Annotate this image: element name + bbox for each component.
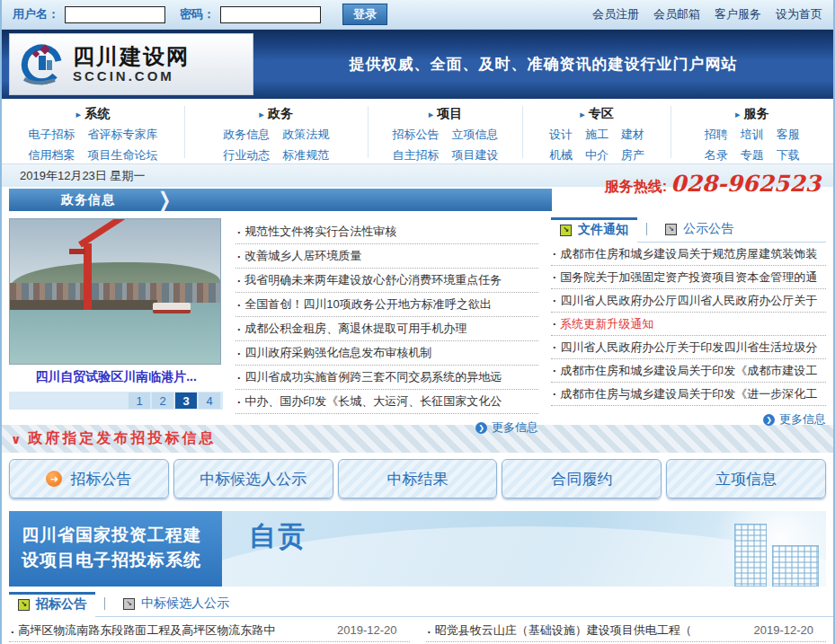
news-item[interactable]: 中办、国办印发《长城、大运河、长征国家文化公 (235, 390, 538, 414)
pager-1[interactable]: 1 (129, 393, 150, 409)
news-item[interactable]: 全国首创！四川10项政务公开地方标准呼之欲出 (235, 293, 538, 317)
main-nav: ▸系统 电子招标省评标专家库 信用档案项目生命论坛 ▸政务 政务信息政策法规 行… (2, 99, 833, 163)
tab-file-notice[interactable]: ↘ 文件通知 (551, 217, 637, 243)
main-content: 四川自贸试验区川南临港片... 1 2 3 4 规范性文件将实行合法性审核 改善… (2, 211, 833, 421)
photo-caption[interactable]: 四川自贸试验区川南临港片... (9, 369, 223, 385)
project-approval-button[interactable]: 立项信息 (666, 459, 826, 498)
username-input[interactable] (65, 6, 165, 23)
notice-item[interactable]: 系统更新升级通知 (551, 313, 826, 336)
bottom-lists: 高坪区物流南路东段路面工程及高坪区物流东路中 2019-12-20 昭觉县牧云山… (2, 617, 833, 642)
doc-arrow-icon: ↘ (123, 598, 135, 610)
current-date: 2019年12月23日 星期一 (20, 168, 145, 184)
nav-link[interactable]: 行业动态 (223, 147, 270, 163)
notice-item[interactable]: 成都市住房和城乡建设局关于规范房屋建筑装饰装 (551, 243, 826, 266)
photo-image[interactable] (9, 218, 221, 365)
notice-item[interactable]: 四川省人民政府办公厅四川省人民政府办公厅关于 (551, 289, 826, 313)
arrow-right-icon: ▸ (76, 109, 82, 119)
arrow-right-icon: ▸ (735, 109, 741, 119)
winner-candidate-button[interactable]: 中标候选人公示 (173, 459, 333, 498)
nav-link[interactable]: 专题 (741, 147, 764, 163)
building-graphic (772, 545, 819, 587)
orange-arrow-icon: ➜ (46, 471, 62, 487)
tab-bid-announcement[interactable]: ↘ 招标公告 (9, 592, 95, 617)
more-arrow-icon: ❯ (475, 422, 487, 434)
nav-link[interactable]: 房产 (621, 147, 644, 163)
nav-link[interactable]: 施工 (585, 127, 608, 143)
site-domain: SCCIN.COM (73, 68, 190, 84)
news-item[interactable]: 改善城乡人居环境质量 (235, 244, 538, 269)
nav-link[interactable]: 电子招标 (28, 127, 75, 143)
nav-link[interactable]: 政务信息 (223, 127, 270, 143)
link-set-homepage[interactable]: 设为首页 (776, 6, 822, 22)
pager-2[interactable]: 2 (152, 393, 173, 409)
section-title: 政府指定发布招投标信息 (28, 429, 216, 448)
hotline-label: 服务热线: (605, 178, 667, 197)
news-item[interactable]: 成都公积金租房、离退休提取可用手机办理 (235, 317, 538, 341)
notice-item[interactable]: 国务院关于加强固定资产投资项目资本金管理的通 (551, 266, 826, 289)
nav-link[interactable]: 设计 (549, 127, 573, 143)
nav-column-zhengwu: ▸政务 政务信息政策法规 行业动态标准规范 (184, 106, 368, 158)
notice-item[interactable]: 四川省人民政府办公厅关于印发四川省生活垃圾分 (551, 336, 826, 359)
notice-panel: ↘ 文件通知 ↘ 公示公告 成都市住房和城乡建设局关于规范房屋建筑装饰装 国务院… (551, 218, 826, 421)
bid-result-button[interactable]: 中标结果 (338, 459, 498, 498)
username-label: 用户名： (13, 6, 59, 22)
news-more-link[interactable]: 更多信息 (492, 419, 538, 436)
nav-link[interactable]: 培训 (741, 127, 764, 143)
site-logo[interactable]: 四川建设网 SCCIN.COM (9, 33, 253, 95)
link-customer-service[interactable]: 客户服务 (715, 6, 761, 22)
nav-link[interactable]: 客服 (777, 127, 800, 143)
pager-4[interactable]: 4 (199, 393, 220, 409)
nav-link[interactable]: 政策法规 (282, 127, 329, 143)
tab-public-notice[interactable]: ↘ 公示公告 (656, 217, 742, 242)
nav-link[interactable]: 中介 (585, 147, 608, 163)
notice-item[interactable]: 成都市住房与城乡建设局关于印发《进一步深化工 (551, 383, 826, 406)
news-item[interactable]: 我省明确未来两年建设放心舒心消费环境重点任务 (235, 269, 538, 293)
link-member-mail[interactable]: 会员邮箱 (653, 6, 700, 22)
building-graphic (734, 524, 767, 587)
nav-link[interactable]: 机械 (549, 147, 573, 163)
nav-link[interactable]: 项目生命论坛 (87, 147, 157, 163)
nav-link[interactable]: 自主招标 (392, 147, 439, 163)
nav-link[interactable]: 项目建设 (451, 147, 498, 163)
news-item[interactable]: 规范性文件将实行合法性审核 (235, 220, 538, 244)
notice-item[interactable]: 成都市住房和城乡建设局关于印发《成都市建设工 (551, 359, 826, 383)
pager-3-active[interactable]: 3 (175, 393, 197, 409)
password-input[interactable] (220, 6, 321, 23)
nav-title: ▸专区 (523, 106, 670, 122)
nav-link[interactable]: 下载 (777, 147, 800, 163)
ebidding-system-title[interactable]: 四川省国家投资工程建设项目电子招投标系统 (9, 511, 222, 587)
nav-column-system: ▸系统 电子招标省评标专家库 信用档案项目生命论坛 (2, 106, 184, 158)
bottom-tabs-section: ↘ 招标公告 ↘ 中标候选人公示 (2, 593, 833, 617)
link-member-register[interactable]: 会员注册 (592, 6, 639, 22)
tab-winner-candidates[interactable]: ↘ 中标候选人公示 (114, 592, 238, 616)
notices-more-link[interactable]: 更多信息 (779, 411, 826, 428)
nav-column-zone: ▸专区 设计施工建材 机械中介房产 (522, 106, 670, 158)
nav-link[interactable]: 招聘 (705, 127, 728, 143)
hotline-number: 028-962523 (671, 171, 821, 197)
nav-title: ▸系统 (2, 106, 184, 122)
news-item[interactable]: 四川政府采购强化信息发布审核机制 (235, 341, 538, 366)
nav-title: ▸项目 (369, 106, 523, 122)
ebidding-banner: 四川省国家投资工程建设项目电子招投标系统 自贡 (9, 511, 826, 587)
nav-link[interactable]: 信用档案 (28, 147, 75, 163)
news-item[interactable]: 四川省成功实施首例跨三套不同交易系统的异地远 (235, 366, 538, 390)
nav-link[interactable]: 名录 (705, 147, 728, 163)
bid-list-item[interactable]: 昭觉县牧云山庄（基础设施）建设项目供电工程（ 2019-12-20 (426, 619, 827, 642)
nav-link[interactable]: 省评标专家库 (87, 127, 157, 143)
nav-link[interactable]: 立项信息 (451, 127, 498, 143)
tab-zhengwu-info[interactable]: 政务信息 ❯ (9, 189, 552, 211)
chevron-down-icon: ∨ (11, 432, 21, 446)
more-arrow-icon: ❯ (763, 414, 775, 426)
photo-boat (153, 303, 191, 313)
login-button[interactable]: 登录 (342, 4, 387, 25)
bidding-buttons: ➜ 招标公告 中标候选人公示 中标结果 合同履约 立项信息 (2, 453, 833, 507)
bid-announcement-button[interactable]: ➜ 招标公告 (9, 459, 169, 498)
nav-link[interactable]: 建材 (621, 127, 644, 143)
contract-performance-button[interactable]: 合同履约 (502, 459, 662, 498)
bid-list-item[interactable]: 高坪区物流南路东段路面工程及高坪区物流东路中 2019-12-20 (9, 619, 410, 642)
site-tagline: 提供权威、全面、及时、准确资讯的建设行业门户网站 (253, 54, 833, 75)
item-date: 2019-12-20 (754, 623, 814, 637)
nav-link[interactable]: 标准规范 (282, 147, 329, 163)
nav-link[interactable]: 招标公告 (392, 127, 439, 143)
notice-tabs: ↘ 文件通知 ↘ 公示公告 (551, 218, 826, 243)
